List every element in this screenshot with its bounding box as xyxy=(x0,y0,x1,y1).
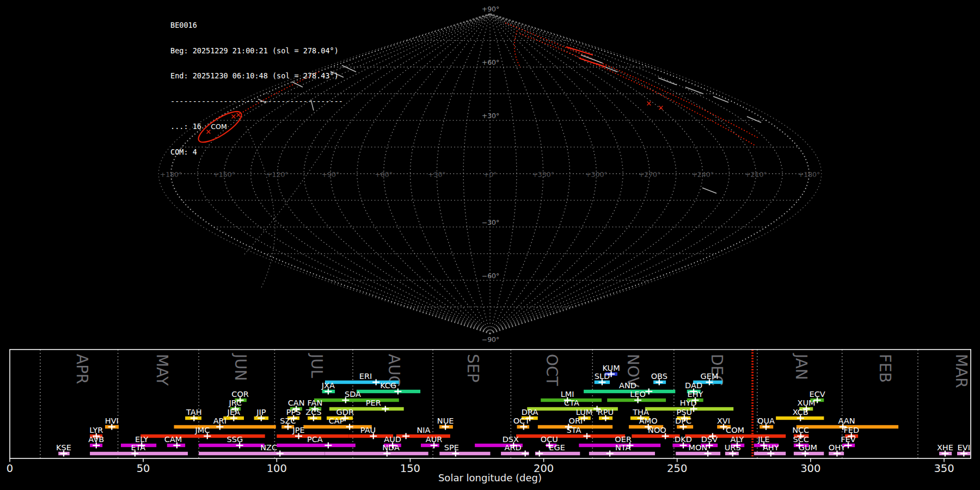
shower-code-label: CTA xyxy=(564,399,579,407)
shower-code-label: KCG xyxy=(380,381,396,390)
shower-bar xyxy=(794,452,824,455)
shower-code-label: ALY xyxy=(731,435,744,444)
shower-code-label: PPS xyxy=(286,408,301,416)
shower-OBS: OBS xyxy=(651,372,667,385)
sporadic-meteor-trail xyxy=(658,78,677,85)
shower-code-label: SZC xyxy=(280,416,296,425)
month-label-SEP: SEP xyxy=(464,354,482,382)
month-label-MAR: MAR xyxy=(952,354,970,388)
shower-code-label: KUM xyxy=(602,364,620,372)
shower-code-label: PSU xyxy=(677,408,693,416)
month-label-MAY: MAY xyxy=(153,354,171,386)
session-info-block: BE0016 Beg: 20251229 21:00:21 (sol = 278… xyxy=(170,4,343,173)
shower-bar xyxy=(277,444,356,447)
shower-HVI: HVI xyxy=(105,416,119,430)
shower-code-label: AVB xyxy=(88,435,104,444)
camera-id: BE0016 xyxy=(170,21,343,30)
shower-bar xyxy=(199,444,265,447)
shower-code-label: KSE xyxy=(56,443,71,452)
shower-code-label: AMO xyxy=(639,416,658,425)
shower-code-label: JMC xyxy=(195,426,210,434)
tick-label: 150 xyxy=(400,462,420,475)
lat-label: +30° xyxy=(482,112,500,120)
shower-code-label: LMI xyxy=(561,390,574,399)
lon-label: +60° xyxy=(375,170,393,179)
shower-code-label: THA xyxy=(632,408,649,416)
shower-code-label: DSX xyxy=(503,435,519,444)
shower-TAH: TAH xyxy=(185,408,201,421)
shower-bar xyxy=(325,452,428,455)
month-label-JUL: JUL xyxy=(308,353,326,378)
shower-code-label: GEM xyxy=(701,372,719,381)
plot-canvas: COM+180°+150°+120°+90°+60°+30°+0°+330°+3… xyxy=(0,0,980,490)
lat-label: −60° xyxy=(482,272,500,280)
sporadic-meteor-trail xyxy=(713,96,728,102)
shower-code-label: XHE xyxy=(937,443,953,452)
x-axis: 050100150200250300350Solar longitude (de… xyxy=(7,458,954,483)
shower-code-label: ZCS xyxy=(305,408,321,416)
lon-label: +330° xyxy=(532,170,554,179)
shower-bar xyxy=(90,452,188,455)
sporadic-count: ...: 16 xyxy=(170,122,343,131)
shower-bar xyxy=(676,452,720,455)
shower-code-label: COR xyxy=(231,390,249,399)
lat-label: −90° xyxy=(482,335,500,344)
shower-code-label: OCT xyxy=(513,416,530,425)
shower-code-label: DPC xyxy=(675,416,691,425)
shower-code-label: AUR xyxy=(426,435,443,444)
lon-label: +210° xyxy=(745,170,767,179)
shower-code-label: LUM xyxy=(576,408,592,416)
lon-label: +270° xyxy=(639,170,661,179)
current-sol-cursor xyxy=(752,350,753,458)
shower-bar xyxy=(140,434,265,438)
shower-code-label: EHY xyxy=(688,390,703,399)
x-axis-title: Solar longitude (deg) xyxy=(438,472,542,483)
shower-code-label: DKD xyxy=(675,435,692,444)
shower-bar xyxy=(632,434,679,438)
lat-label: +60° xyxy=(482,58,500,66)
shower-code-label: ELY xyxy=(135,435,148,444)
shower-code-label: SDA xyxy=(345,390,361,399)
shower-code-label: SSG xyxy=(226,435,243,444)
shower-code-label: NDA xyxy=(382,443,400,452)
shower-code-label: PAU xyxy=(360,426,376,434)
shower-RPU: RPU xyxy=(598,408,614,421)
shower-code-label: XUM xyxy=(797,399,815,407)
com-count: COM: 4 xyxy=(170,148,343,157)
shower-code-label: CAM xyxy=(164,435,182,444)
shower-code-label: AUD xyxy=(384,435,401,444)
shower-JIP: JIP xyxy=(254,408,269,421)
shower-code-label: ETA xyxy=(131,443,145,452)
shower-EGE: EGE xyxy=(535,443,580,457)
shower-code-label: AHY xyxy=(763,443,779,452)
shower-EVI: EVI xyxy=(957,443,970,457)
shower-SLD: SLD xyxy=(595,372,610,385)
tick-label: 50 xyxy=(137,462,150,475)
shower-GUM: GUM xyxy=(794,443,824,457)
shower-code-label: DAD xyxy=(685,381,702,390)
shower-code-label: JPE xyxy=(292,426,304,434)
shower-code-label: OCU xyxy=(541,435,558,444)
shower-code-label: XCB xyxy=(793,408,808,416)
shower-code-label: DRA xyxy=(522,408,538,416)
shower-OCT: OCT xyxy=(513,416,530,430)
shower-code-label: DSV xyxy=(701,435,718,444)
shower-code-label: NZC xyxy=(260,443,277,452)
shower-code-label: TAH xyxy=(186,408,202,416)
shower-code-label: ECV xyxy=(809,390,825,399)
shower-code-label: JIP xyxy=(256,408,266,416)
tick-label: 0 xyxy=(7,462,13,475)
shower-XHE: XHE xyxy=(937,443,953,457)
shower-code-label: JLE xyxy=(757,435,770,444)
shower-code-label: JRC xyxy=(228,399,242,407)
shower-CAM: CAM xyxy=(164,435,185,449)
session-begin: Beg: 20251229 21:00:21 (sol = 278.04°) xyxy=(170,47,343,56)
month-label-APR: APR xyxy=(73,354,91,384)
lat-label: −30° xyxy=(482,218,500,226)
sporadic-meteor-trail xyxy=(342,65,356,72)
shower-meteor-trail xyxy=(566,47,593,55)
shower-bar xyxy=(174,425,276,428)
shower-code-label: LEO xyxy=(630,390,646,399)
shower-code-label: PER xyxy=(366,399,381,407)
shower-code-label: NTA xyxy=(615,443,631,452)
